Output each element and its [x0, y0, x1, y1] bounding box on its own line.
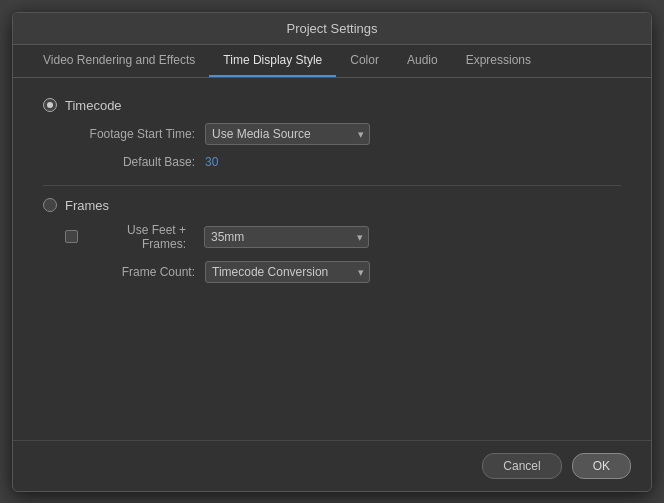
feet-select[interactable]: 35mm 16mm [204, 226, 369, 248]
footage-start-wrapper[interactable]: Use Media Source 0 [205, 123, 370, 145]
use-feet-checkbox[interactable] [65, 230, 78, 243]
footage-start-row: Footage Start Time: Use Media Source 0 [65, 123, 621, 145]
frames-label: Frames [65, 198, 109, 213]
frames-section: Frames Use Feet + Frames: 35mm 16mm Fram… [43, 198, 621, 283]
frame-count-select[interactable]: Timecode Conversion Start at 0 Start at … [205, 261, 370, 283]
frame-count-wrapper[interactable]: Timecode Conversion Start at 0 Start at … [205, 261, 370, 283]
ok-button[interactable]: OK [572, 453, 631, 479]
section-divider [43, 185, 621, 186]
tab-audio[interactable]: Audio [393, 45, 452, 77]
title-bar: Project Settings [13, 13, 651, 45]
use-feet-label: Use Feet + Frames: [86, 223, 186, 251]
feet-select-wrapper[interactable]: 35mm 16mm [204, 226, 369, 248]
footage-start-select[interactable]: Use Media Source 0 [205, 123, 370, 145]
timecode-section: Timecode Footage Start Time: Use Media S… [43, 98, 621, 169]
footage-start-label: Footage Start Time: [65, 127, 195, 141]
frame-count-row: Frame Count: Timecode Conversion Start a… [65, 261, 621, 283]
project-settings-dialog: Project Settings Video Rendering and Eff… [12, 12, 652, 492]
timecode-radio-row[interactable]: Timecode [43, 98, 621, 113]
content-area: Timecode Footage Start Time: Use Media S… [13, 78, 651, 440]
tabs-container: Video Rendering and Effects Time Display… [13, 45, 651, 78]
dialog-title: Project Settings [286, 21, 377, 36]
use-feet-row: Use Feet + Frames: 35mm 16mm [65, 223, 621, 251]
frames-radio[interactable] [43, 198, 57, 212]
default-base-label: Default Base: [65, 155, 195, 169]
timecode-radio[interactable] [43, 98, 57, 112]
tab-expressions[interactable]: Expressions [452, 45, 545, 77]
tab-video-rendering[interactable]: Video Rendering and Effects [29, 45, 209, 77]
dialog-footer: Cancel OK [13, 440, 651, 491]
default-base-value: 30 [205, 155, 218, 169]
default-base-row: Default Base: 30 [65, 155, 621, 169]
timecode-label: Timecode [65, 98, 122, 113]
frame-count-label: Frame Count: [65, 265, 195, 279]
tab-color[interactable]: Color [336, 45, 393, 77]
frames-radio-row[interactable]: Frames [43, 198, 621, 213]
cancel-button[interactable]: Cancel [482, 453, 561, 479]
tab-time-display[interactable]: Time Display Style [209, 45, 336, 77]
